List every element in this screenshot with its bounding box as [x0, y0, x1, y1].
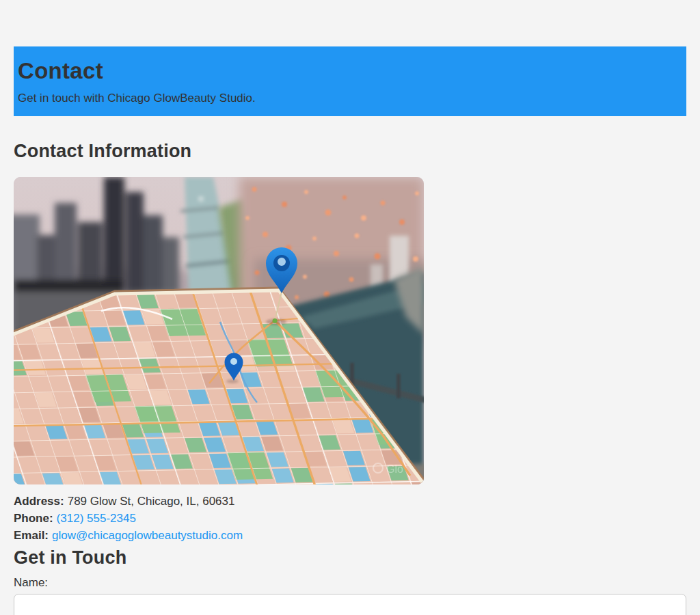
get-in-touch-heading: Get in Touch	[14, 547, 686, 569]
address-line: Address:789 Glow St, Chicago, IL, 60631	[14, 493, 686, 510]
chicago-map-image: Glo	[14, 177, 424, 484]
email-link[interactable]: glow@chicagoglowbeautystudio.com	[52, 529, 243, 542]
page-subtitle: Get in touch with Chicago GlowBeauty Stu…	[18, 92, 682, 105]
phone-label: Phone:	[14, 512, 53, 525]
svg-text:Glo: Glo	[386, 463, 403, 475]
address-label: Address:	[14, 495, 64, 508]
email-label: Email:	[14, 529, 49, 542]
email-line: Email:glow@chicagoglowbeautystudio.com	[14, 527, 686, 544]
name-label: Name:	[14, 574, 686, 591]
phone-line: Phone:(312) 555-2345	[14, 510, 686, 527]
phone-link[interactable]: (312) 555-2345	[57, 512, 136, 525]
map-illustration: Glo	[14, 177, 424, 484]
contact-page: Contact Get in touch with Chicago GlowBe…	[0, 0, 700, 615]
address-value: 789 Glow St, Chicago, IL, 60631	[68, 495, 235, 508]
page-title: Contact	[18, 59, 682, 83]
contact-info-heading: Contact Information	[14, 141, 686, 162]
hero-banner: Contact Get in touch with Chicago GlowBe…	[14, 46, 686, 116]
contact-details: Address:789 Glow St, Chicago, IL, 60631 …	[14, 493, 686, 544]
name-input[interactable]	[14, 594, 686, 615]
